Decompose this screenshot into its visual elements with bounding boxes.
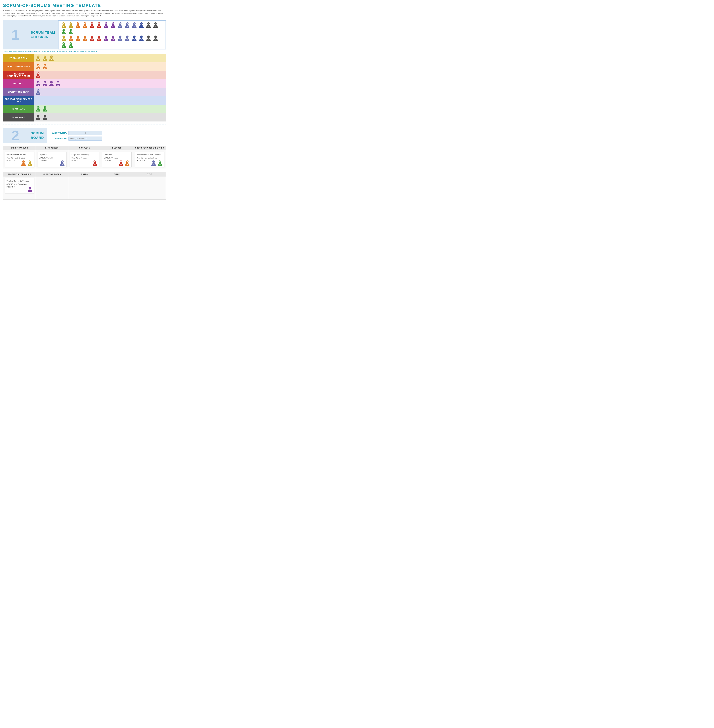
task-card: Details of Task to Be Completed STATUS: …: [135, 152, 164, 167]
sprint-goal-label: SPRINT GOAL:: [52, 138, 67, 140]
svg-text:JD: JD: [51, 59, 52, 60]
svg-text:BG: BG: [63, 26, 64, 27]
checkin-icon: KV KV: [103, 35, 109, 41]
svg-text:XX: XX: [126, 26, 128, 27]
svg-text:AW: AW: [37, 119, 39, 120]
svg-text:XX: XX: [91, 39, 93, 41]
subtitle: A "Scrum-of-Scrums" meeting is a scaled …: [3, 9, 166, 17]
task-status: STATUS: Note Status Here: [136, 157, 162, 159]
sprint-goal-field: SPRINT GOAL: Sprint goal description…: [52, 137, 102, 141]
svg-text:XX: XX: [120, 39, 121, 41]
svg-text:XX: XX: [77, 39, 79, 41]
svg-text:XX: XX: [70, 43, 72, 44]
svg-text:DF: DF: [70, 30, 72, 31]
person-icon: BR BR: [42, 114, 48, 120]
svg-text:KL: KL: [38, 68, 39, 69]
svg-text:BR: BR: [155, 26, 156, 27]
section1-number: 1: [12, 28, 19, 42]
person-icon: DD DD: [35, 89, 41, 95]
svg-text:CC: CC: [38, 110, 39, 111]
board-cell: Guidelines STATUS: Overdue POINTS: 1 RR …: [101, 150, 133, 169]
team-row: PROGRAM MANAGEMENT TEAM RR RR: [3, 71, 166, 79]
sprint-goal-value[interactable]: Sprint goal description…: [69, 137, 102, 141]
person-icon: KL KL: [21, 160, 26, 166]
svg-text:LC: LC: [44, 82, 45, 83]
team-name-cell: PROGRAM MANAGEMENT TEAM: [3, 71, 34, 79]
svg-text:XX: XX: [148, 36, 149, 38]
svg-text:SD: SD: [38, 82, 39, 83]
svg-text:BG: BG: [29, 161, 31, 162]
team-icons-cell: AW AW BR BR: [34, 113, 166, 122]
svg-text:XX: XX: [134, 26, 135, 27]
svg-text:KV: KV: [105, 36, 107, 38]
svg-text:BG: BG: [63, 23, 64, 24]
scrum-board-table: SPRINT BACKLOGIN PROGRESSCOMPLETEBLOCKED…: [3, 146, 166, 169]
checkin-icon: XX XX: [124, 22, 130, 28]
checkin-icon: KL KL: [75, 22, 81, 28]
svg-text:XX: XX: [84, 39, 86, 41]
svg-text:FR: FR: [44, 56, 45, 57]
claim-note: Claim a team below by adding your initia…: [3, 51, 166, 53]
person-icon: BG BG: [27, 160, 33, 166]
svg-text:KL: KL: [127, 161, 128, 162]
svg-text:XX: XX: [148, 39, 149, 41]
svg-text:LC: LC: [112, 23, 114, 24]
checkin-icon: DF DF: [68, 29, 74, 35]
svg-text:DD: DD: [38, 90, 39, 91]
team-row: TEAM NAME CC CC DF DF: [3, 105, 166, 113]
svg-text:CD: CD: [57, 85, 59, 86]
sprint-number-value[interactable]: 1: [69, 131, 102, 135]
task-status: STATUS: Overdue: [104, 157, 130, 159]
team-name-cell: TEAM NAME: [3, 105, 34, 113]
svg-text:KL: KL: [23, 164, 24, 165]
icons-row1: BG BG FR FR KL KL TS TS RR RR XX: [61, 22, 163, 35]
svg-text:CD: CD: [57, 82, 59, 83]
board-cell: Scope and Goal Setting STATUS: In Progre…: [68, 150, 101, 169]
task-icons: DD DD: [59, 160, 65, 166]
checkin-icon: CC CC: [61, 29, 67, 35]
svg-text:DD: DD: [62, 164, 63, 165]
svg-text:XX: XX: [141, 23, 142, 24]
resolution-cell: [36, 176, 68, 200]
team-row: PRODUCT TEAM BG BG FR FR JD JD: [3, 54, 166, 62]
task-title: Guidelines: [104, 153, 130, 156]
svg-text:CD: CD: [112, 39, 114, 41]
person-icon: RR RR: [118, 160, 124, 166]
team-icons-cell: KL KL TS TS: [34, 62, 166, 71]
svg-text:DD: DD: [38, 93, 39, 94]
svg-text:DD: DD: [62, 161, 63, 162]
team-icons-cell: DD DD: [34, 88, 166, 96]
person-icon: SD SD: [27, 186, 33, 192]
checkin-icon: SD SD: [103, 22, 109, 28]
task-icons: KL KL BG BG: [21, 160, 33, 166]
checkin-icon: BR BR: [153, 22, 159, 28]
svg-text:KL: KL: [77, 26, 79, 27]
section2-number-box: 2: [3, 128, 28, 143]
svg-text:RR: RR: [91, 26, 93, 27]
board-cell: Project Charter Revisions STATUS: Ready …: [3, 150, 36, 169]
svg-text:TS: TS: [84, 23, 86, 24]
svg-text:XX: XX: [155, 36, 156, 38]
svg-text:BR: BR: [44, 119, 46, 120]
svg-text:DD: DD: [153, 164, 154, 165]
svg-text:SD: SD: [105, 23, 107, 24]
svg-text:AW: AW: [37, 116, 39, 117]
checkin-icon: AW AW: [146, 22, 152, 28]
svg-text:XX: XX: [77, 36, 79, 38]
svg-text:XX: XX: [98, 23, 100, 24]
person-icon: KL KL: [124, 160, 130, 166]
resolution-cell: [133, 176, 166, 200]
sprint-number-label: SPRINT NUMBER:: [52, 132, 67, 134]
board-column-header: COMPLETE: [68, 146, 101, 150]
checkin-icon: XX XX: [89, 35, 95, 41]
svg-text:DF: DF: [70, 33, 72, 34]
resolution-cell: [101, 176, 133, 200]
resolution-task-card: Details of Task to Be Completed STATUS: …: [5, 178, 34, 194]
checkin-icon: XX XX: [68, 35, 74, 41]
checkin-icon: FR FR: [68, 22, 74, 28]
svg-text:KV: KV: [51, 82, 52, 83]
team-row: OPERATIONS TEAM DD DD: [3, 88, 166, 96]
person-icon: CC CC: [35, 106, 41, 111]
checkin-icon: XX XX: [124, 35, 130, 41]
checkin-icon: XX XX: [131, 35, 137, 41]
